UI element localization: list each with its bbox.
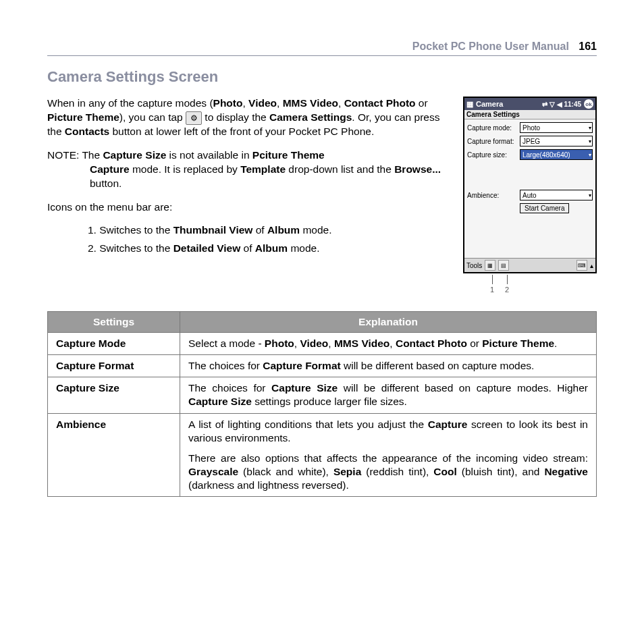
callout-1: 1 bbox=[489, 275, 495, 294]
status-icons: ⇄ ▽ ◀ 11:45 bbox=[542, 101, 581, 108]
table-row: Capture Size The choices for Capture Siz… bbox=[48, 377, 597, 413]
keyboard-icon[interactable]: ⌨ bbox=[576, 260, 587, 271]
table-row: Capture Format The choices for Capture F… bbox=[48, 355, 597, 377]
panel-subtitle: Camera Settings bbox=[464, 110, 595, 119]
row-capture-size: Capture Size bbox=[48, 377, 180, 413]
start-camera-button[interactable]: Start Camera bbox=[520, 203, 569, 213]
start-icon: ▦ bbox=[466, 100, 473, 109]
icons-intro: Icons on the menu bar are: bbox=[47, 200, 450, 215]
table-header-row: Settings Explanation bbox=[48, 312, 597, 333]
thumbnail-view-icon[interactable]: ▦ bbox=[485, 260, 495, 271]
ambience-label: Ambience: bbox=[467, 192, 520, 199]
col-settings: Settings bbox=[48, 312, 180, 333]
settings-icon bbox=[186, 111, 202, 125]
chevron-down-icon: ▾ bbox=[589, 125, 591, 131]
row-ambience: Ambience bbox=[48, 413, 180, 497]
tools-bar: Tools ▦ ▤ ⌨ ▴ bbox=[464, 258, 595, 272]
page-header: Pocket PC Phone User Manual 161 bbox=[47, 41, 597, 56]
up-arrow-icon[interactable]: ▴ bbox=[590, 262, 593, 269]
device-screenshot: ▦ Camera ⇄ ▽ ◀ 11:45 ok Camera Settings … bbox=[463, 97, 597, 273]
page-number: 161 bbox=[579, 41, 597, 52]
icon-list: 1. Switches to the Thumbnail View of Alb… bbox=[88, 223, 450, 256]
app-title: Camera bbox=[476, 100, 503, 108]
ambience-dropdown[interactable]: Auto▾ bbox=[520, 190, 593, 200]
note-block: NOTE: The Capture Size is not available … bbox=[47, 149, 450, 191]
title-bar: ▦ Camera ⇄ ▽ ◀ 11:45 ok bbox=[464, 98, 595, 110]
intro-paragraph: When in any of the capture modes (Photo,… bbox=[47, 97, 450, 139]
tools-menu[interactable]: Tools bbox=[466, 262, 482, 269]
callout-2: 2 bbox=[504, 275, 510, 294]
capture-mode-dropdown[interactable]: Photo▾ bbox=[520, 122, 593, 133]
row-capture-format: Capture Format bbox=[48, 355, 180, 377]
chevron-down-icon: ▾ bbox=[589, 192, 591, 198]
manual-title: Pocket PC Phone User Manual bbox=[412, 41, 569, 52]
capture-size-dropdown[interactable]: Large(480x640)▾ bbox=[520, 149, 593, 160]
capture-format-dropdown[interactable]: JPEG▾ bbox=[520, 136, 593, 146]
chevron-down-icon: ▾ bbox=[589, 152, 591, 158]
capture-mode-label: Capture mode: bbox=[467, 124, 520, 132]
toolbar-callouts: 1 2 bbox=[489, 275, 597, 294]
ok-button[interactable]: ok bbox=[584, 99, 593, 109]
chevron-down-icon: ▾ bbox=[589, 138, 591, 144]
row-capture-mode: Capture Mode bbox=[48, 333, 180, 355]
col-explanation: Explanation bbox=[180, 312, 597, 333]
detailed-view-icon[interactable]: ▤ bbox=[498, 260, 509, 271]
table-row: Ambience A list of lighting conditions t… bbox=[48, 413, 597, 497]
settings-table: Settings Explanation Capture Mode Select… bbox=[47, 311, 597, 497]
table-row: Capture Mode Select a mode - Photo, Vide… bbox=[48, 333, 597, 355]
capture-size-label: Capture size: bbox=[467, 151, 520, 159]
section-title: Camera Settings Screen bbox=[47, 68, 597, 86]
capture-format-label: Capture format: bbox=[467, 138, 520, 145]
